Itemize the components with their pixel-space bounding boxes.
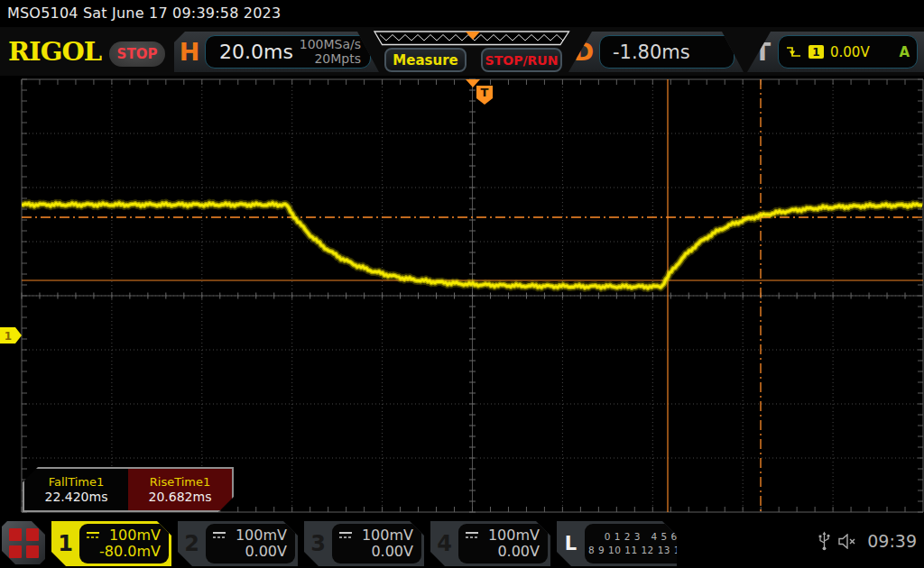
dc-coupling-icon: [338, 531, 353, 539]
sample-rate: 100MSa/s: [300, 37, 361, 51]
channel-3-status[interactable]: 3 100mV 0.00V: [304, 521, 424, 566]
channel-offset: -80.0mV: [86, 544, 161, 560]
delay-label: D: [568, 38, 599, 66]
stop-run-button[interactable]: STOP/RUN: [481, 48, 562, 72]
dc-coupling-icon: [86, 531, 100, 539]
horizontal-settings-panel[interactable]: H 20.0ms 100MSa/s 20Mpts: [174, 32, 379, 72]
logic-label: L: [557, 521, 585, 566]
channel-2-status[interactable]: 2 100mV 0.00V: [178, 521, 298, 566]
channel-number: 4: [430, 521, 458, 566]
horizontal-label: H: [174, 38, 205, 66]
measurement-name: RiseTime1: [150, 475, 211, 489]
header-toolbar: RIGOL STOP H 20.0ms 100MSa/s 20Mpts Meas…: [0, 27, 924, 76]
channel-scale: 100mV: [488, 527, 540, 544]
falling-edge-icon: [786, 46, 802, 59]
channel-menu-button[interactable]: [2, 521, 45, 564]
digital-channels-row2: 8 9 10 11 12 13 14 15: [588, 544, 703, 557]
memory-depth: 20Mpts: [314, 51, 361, 66]
measure-button[interactable]: Measure: [384, 48, 467, 72]
channel-number: 2: [178, 521, 206, 566]
delay-value: -1.80ms: [600, 41, 690, 63]
system-status-icons: 09:39: [818, 531, 917, 551]
measurement-risetime[interactable]: RiseTime1 20.682ms: [128, 469, 232, 510]
delay-panel[interactable]: D -1.80ms: [568, 32, 744, 72]
channel-offset: 0.00V: [338, 544, 413, 560]
trigger-sweep-mode: A: [899, 44, 910, 60]
delay-display[interactable]: -1.80ms: [599, 35, 735, 69]
trigger-level-value: 0.00V: [830, 44, 870, 60]
svg-text:T: T: [481, 86, 489, 99]
top-title-bar: MSO5104 Sat June 17 09:39:58 2023: [0, 0, 924, 27]
trigger-source-badge: 1: [808, 45, 824, 59]
channel-1-status[interactable]: 1 100mV -80.0mV: [51, 521, 171, 566]
clock: 09:39: [867, 531, 917, 551]
speaker-muted-icon: [837, 534, 860, 549]
dc-coupling-icon: [212, 531, 226, 539]
channel-scale: 100mV: [236, 527, 287, 544]
dc-coupling-icon: [465, 531, 479, 539]
acquisition-rates: 100MSa/s 20Mpts: [300, 38, 370, 66]
logic-analyzer-status[interactable]: L 0 1 2 3 4 5 6 7 8 9 10 11 12 13 14 15: [557, 521, 677, 566]
timebase-display[interactable]: 20.0ms 100MSa/s 20Mpts: [205, 35, 371, 69]
channel-offset: 0.00V: [465, 544, 540, 560]
channel-scale: 100mV: [109, 527, 161, 544]
channel-status-bar: 1 100mV -80.0mV 2 100mV 0.00V: [0, 516, 924, 568]
trigger-label: T: [747, 38, 778, 66]
measurement-results-box: FallTime1 22.420ms RiseTime1 20.682ms: [23, 467, 234, 512]
measurement-name: FallTime1: [49, 475, 105, 489]
rigol-logo: RIGOL: [8, 38, 101, 67]
channel-number: 3: [304, 521, 332, 566]
acquisition-status-badge: STOP: [109, 41, 165, 67]
trigger-panel[interactable]: T 1 0.00V A: [747, 32, 924, 72]
waveform-overview-bar[interactable]: [374, 31, 570, 46]
timebase-value: 20.0ms: [206, 41, 293, 63]
measurement-falltime[interactable]: FallTime1 22.420ms: [24, 469, 128, 510]
measurement-value: 22.420ms: [45, 490, 108, 504]
channel-scale: 100mV: [362, 527, 413, 544]
scope-graticule-and-trace: T1: [0, 76, 924, 516]
usb-icon: [818, 531, 830, 551]
four-squares-icon: [9, 528, 39, 558]
measurement-value: 20.682ms: [149, 490, 212, 504]
svg-text:1: 1: [5, 330, 12, 343]
digital-channels-row1: 0 1 2 3 4 5 6 7: [588, 530, 703, 544]
trigger-display[interactable]: 1 0.00V A: [778, 35, 918, 69]
model-and-datetime: MSO5104 Sat June 17 09:39:58 2023: [7, 5, 281, 22]
channel-number: 1: [51, 521, 79, 566]
channel-4-status[interactable]: 4 100mV 0.00V: [430, 521, 550, 566]
channel-offset: 0.00V: [212, 544, 287, 560]
waveform-display-area[interactable]: T1 FallTime1 22.420ms RiseTime1 20.682ms: [0, 76, 924, 516]
